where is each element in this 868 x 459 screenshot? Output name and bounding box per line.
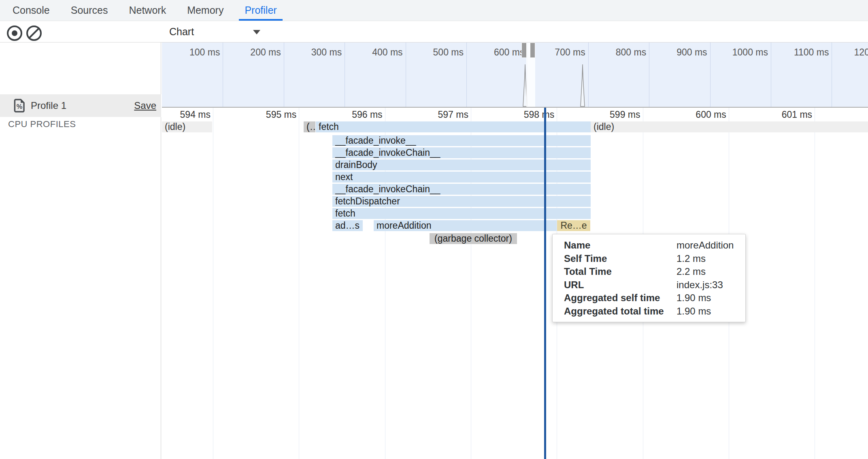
profile-document-icon: % [14,99,26,114]
chevron-down-icon [253,30,260,34]
flame-bar[interactable]: fetchDispatcher [332,196,591,207]
svg-text:%: % [17,103,23,110]
tooltip-label: Aggregated total time [564,305,677,318]
tab-sources[interactable]: Sources [65,0,114,21]
ruler-gridline [815,108,815,459]
overview-tick-label: 1100 ms [767,47,829,58]
playhead-marker[interactable] [544,108,546,459]
overview-tick-label: 300 ms [280,47,342,58]
overview-tick-label: 800 ms [585,47,646,58]
tooltip-label: Total Time [564,265,677,278]
tooltip-row: URLindex.js:33 [564,278,745,292]
flame-bar[interactable]: ad…s [332,220,363,231]
flame-bar[interactable]: (… [304,121,315,132]
flame-chart[interactable]: NamemoreAdditionSelf Time1.2 msTotal Tim… [162,108,868,459]
flame-bar[interactable]: moreAddition [374,220,557,231]
ruler-tick-label: 598 ms [477,109,554,120]
ruler-tick-label: 596 ms [306,109,383,120]
tooltip-row: Aggregated self time1.90 ms [564,291,745,305]
flame-bar[interactable]: drainBody [332,159,591,170]
overview-tick-label: 100 ms [162,47,220,58]
tab-console[interactable]: Console [7,0,55,21]
flame-bar[interactable]: Re…e [557,220,590,231]
flame-bar[interactable]: (idle) [162,121,212,132]
clear-button[interactable] [26,26,42,41]
tooltip-value: index.js:33 [677,278,723,292]
tooltip-row: Self Time1.2 ms [564,252,745,266]
ruler-gridline [213,108,213,459]
tooltip-row: Aggregated total time1.90 ms [564,305,745,318]
ruler-tick-label: 594 ms [162,109,211,120]
tooltip-row: Total Time2.2 ms [564,265,745,278]
frame-tooltip: NamemoreAdditionSelf Time1.2 msTotal Tim… [552,234,746,322]
overview-tick-label: 200 ms [219,47,281,58]
tooltip-value: 1.90 ms [677,291,711,305]
ruler-tick-label: 595 ms [219,109,296,120]
ruler-tick-label: 599 ms [564,109,640,120]
overview-tick-label: 1000 ms [706,47,768,58]
tooltip-value: moreAddition [677,239,734,252]
tooltip-value: 1.90 ms [677,305,711,318]
overview-tick-label: 1200 ms [828,47,868,58]
selection-handle-left[interactable] [521,42,527,58]
ruler-gridline [299,108,299,459]
toolbar: Chart [0,21,868,42]
flame-bar[interactable]: fetch [316,121,591,132]
tooltip-label: Name [564,239,677,252]
ruler-tick-label: 597 ms [391,109,468,120]
sidebar-section-cpu-profiles: CPU PROFILES [8,119,76,130]
flame-bar[interactable]: next [332,172,591,183]
cpu-activity-spike [581,64,585,106]
tab-network[interactable]: Network [123,0,172,21]
profile-save-link[interactable]: Save [134,94,156,117]
flame-bar[interactable]: (idle) [591,121,868,132]
tab-profiler[interactable]: Profiler [239,0,282,21]
devtools-window: ConsoleSourcesNetworkMemoryProfiler Char… [0,0,868,459]
flame-bar[interactable]: __facade_invokeChain__ [332,147,591,158]
record-button[interactable] [7,26,22,41]
tooltip-row: NamemoreAddition [564,239,745,252]
tooltip-label: Aggregated self time [564,291,677,305]
tooltip-label: Self Time [564,252,677,266]
flame-bar[interactable]: __facade_invokeChain__ [332,184,591,195]
profile-name[interactable]: Profile 1 [31,94,66,117]
ruler-tick-label: 601 ms [735,109,812,120]
tooltip-label: URL [564,278,677,292]
overview-tick-label: 900 ms [646,47,707,58]
tab-bar: ConsoleSourcesNetworkMemoryProfiler [0,0,868,21]
selection-handle-right[interactable] [530,42,535,58]
tooltip-value: 1.2 ms [677,252,706,266]
tooltip-value: 2.2 ms [677,265,706,278]
flame-bar[interactable]: (garbage collector) [430,233,517,244]
flame-bar[interactable]: fetch [332,208,591,219]
flame-bar[interactable]: __facade_invoke__ [332,135,591,146]
overview-tick-label: 600 ms [463,47,524,58]
sidebar: Profiles CPU PROFILES % Profile 1 Save [0,42,161,459]
ruler-tick-label: 600 ms [649,109,726,120]
profile-row[interactable]: % Profile 1 Save [0,94,161,117]
overview-tick-label: 400 ms [341,47,403,58]
tab-memory[interactable]: Memory [181,0,229,21]
overview-tick-label: 500 ms [402,47,464,58]
overview-strip[interactable]: 100 ms200 ms300 ms400 ms500 ms600 ms700 … [162,42,868,108]
view-mode-dropdown[interactable]: Chart [169,21,194,42]
